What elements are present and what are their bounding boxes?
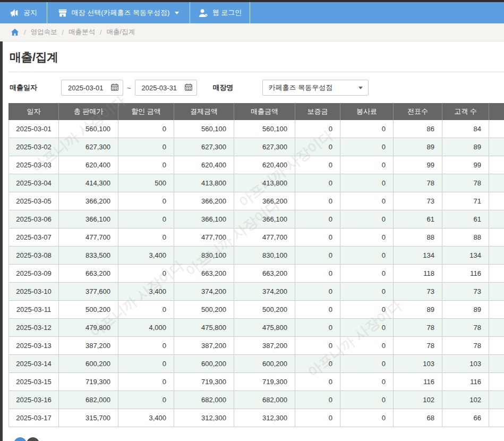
column-header-customer-count[interactable]: 고객 수: [442, 103, 489, 120]
table-row[interactable]: 2025-03-06 366,100 0 366,100 366,100 0 0…: [9, 210, 504, 228]
cell-deposit: 0: [295, 391, 340, 409]
date-from-input[interactable]: 2025-03-01: [61, 80, 123, 96]
cell-total-sale-price: 366,100: [59, 210, 118, 228]
table-row[interactable]: 2025-03-05 366,200 0 366,200 366,200 0 0…: [9, 192, 504, 210]
column-header-deposit[interactable]: 보증금: [295, 103, 340, 120]
cell-customer-count: 103: [442, 355, 489, 373]
user-gear-icon: [198, 9, 208, 18]
table-row[interactable]: 2025-03-17 315,700 3,400 312,300 312,300…: [9, 409, 504, 427]
cell-total-sale-price: 833,500: [59, 247, 118, 265]
notice-button[interactable]: 공지: [0, 2, 47, 23]
table-row[interactable]: 2025-03-07 477,700 0 477,700 477,700 0 0…: [9, 228, 504, 247]
table-row[interactable]: 2025-03-15 719,300 0 719,300 719,300 0 0…: [9, 373, 504, 391]
store-name-select[interactable]: 카페홀즈 목동우성점: [262, 80, 369, 96]
cell-customer-count: 61: [442, 210, 489, 228]
cell-date: 2025-03-16: [9, 391, 59, 409]
cell-slip-count: 78: [394, 319, 442, 337]
table-row[interactable]: 2025-03-14 600,200 0 600,200 600,200 0 0…: [9, 355, 504, 373]
store-select-button[interactable]: 매장 선택(카페홀즈 목동우성점): [47, 2, 190, 23]
web-login-button[interactable]: 웹 로그인: [190, 2, 250, 23]
table-row[interactable]: 2025-03-02 627,300 0 627,300 627,300 0 0…: [9, 138, 504, 156]
cell-discount-amount: 0: [118, 355, 174, 373]
breadcrumb-item-sales-summary[interactable]: 매출/집계: [106, 28, 134, 37]
cell-overflow: [489, 174, 504, 192]
column-header-sales-amount[interactable]: 매출금액: [234, 103, 295, 120]
column-header-date[interactable]: 일자: [9, 103, 59, 120]
cell-sales-amount: 366,100: [234, 210, 295, 228]
cell-discount-amount: 0: [118, 301, 174, 319]
cell-discount-amount: 0: [118, 192, 174, 210]
cell-overflow: [489, 247, 504, 265]
table-body: 2025-03-01 560,100 0 560,100 560,100 0 0…: [9, 120, 504, 427]
cell-overflow: [489, 337, 504, 355]
cell-slip-count: 116: [394, 373, 442, 391]
table-row[interactable]: 2025-03-01 560,100 0 560,100 560,100 0 0…: [9, 120, 504, 138]
breadcrumb-separator: /: [100, 29, 101, 36]
cell-deposit: 0: [295, 301, 340, 319]
cell-sales-amount: 627,300: [234, 138, 295, 156]
cell-total-sale-price: 627,300: [59, 138, 118, 156]
cell-slip-count: 89: [394, 138, 442, 156]
cell-date: 2025-03-14: [9, 355, 59, 373]
cell-payment-amount: 663,200: [174, 265, 234, 283]
cell-sales-amount: 374,200: [234, 283, 295, 301]
calendar-icon[interactable]: [184, 83, 193, 93]
cell-total-sale-price: 663,200: [59, 265, 118, 283]
table-row[interactable]: 2025-03-04 414,300 500 413,800 413,800 0…: [9, 174, 504, 192]
table-row[interactable]: 2025-03-10 377,600 3,400 374,200 374,200…: [9, 283, 504, 301]
cell-service-charge: 0: [340, 319, 394, 337]
cell-total-sale-price: 719,300: [59, 373, 118, 391]
cell-date: 2025-03-10: [9, 283, 59, 301]
cell-customer-count: 116: [442, 265, 489, 283]
cell-deposit: 0: [295, 373, 340, 391]
breadcrumb-separator: /: [62, 29, 63, 36]
content-area: 매출/집계 매출일자 2025-03-01 ~ 2025-03-31 매장명 카…: [0, 42, 504, 441]
cell-service-charge: 0: [340, 174, 394, 192]
cell-customer-count: 89: [442, 301, 489, 319]
cell-discount-amount: 0: [118, 210, 174, 228]
breadcrumb-separator: /: [24, 29, 25, 36]
column-header-slip-count[interactable]: 전표수: [394, 103, 442, 120]
cell-total-sale-price: 366,200: [59, 192, 118, 210]
cell-date: 2025-03-05: [9, 192, 59, 210]
cell-discount-amount: 3,400: [118, 247, 174, 265]
table-row[interactable]: 2025-03-09 663,200 0 663,200 663,200 0 0…: [9, 265, 504, 283]
column-header-overflow: [489, 103, 504, 120]
cell-customer-count: 134: [442, 247, 489, 265]
table-row[interactable]: 2025-03-08 833,500 3,400 830,100 830,100…: [9, 247, 504, 265]
home-icon[interactable]: [11, 29, 19, 36]
breadcrumb-item-sales-bulletin[interactable]: 영업속보: [30, 28, 57, 37]
cell-service-charge: 0: [340, 265, 394, 283]
cell-slip-count: 61: [394, 210, 442, 228]
date-to-value: 2025-03-31: [142, 84, 184, 92]
table-row[interactable]: 2025-03-16 682,000 0 682,000 682,000 0 0…: [9, 391, 504, 409]
cell-deposit: 0: [295, 283, 340, 301]
breadcrumb-item-sales-analysis[interactable]: 매출분석: [69, 28, 95, 37]
cell-service-charge: 0: [340, 228, 394, 247]
sales-table-container: 일자 총 판매가 할인 금액 결제금액 매출금액 보증금 봉사료 전표수 고객 …: [8, 103, 504, 441]
date-to-input[interactable]: 2025-03-31: [135, 80, 197, 96]
column-header-payment-amount[interactable]: 결제금액: [174, 103, 234, 120]
table-row[interactable]: 2025-03-11 500,200 0 500,200 500,200 0 0…: [9, 301, 504, 319]
cell-total-sale-price: 477,700: [59, 228, 118, 247]
date-from-value: 2025-03-01: [68, 84, 110, 92]
cell-total-sale-price: 387,200: [59, 337, 118, 355]
table-row[interactable]: 2025-03-13 387,200 0 387,200 387,200 0 0…: [9, 337, 504, 355]
cell-deposit: 0: [295, 228, 340, 247]
cell-customer-count: 66: [442, 409, 489, 427]
cell-deposit: 0: [295, 355, 340, 373]
cell-slip-count: 86: [394, 120, 442, 138]
cell-overflow: [489, 138, 504, 156]
store-name-value: 카페홀즈 목동우성점: [269, 83, 358, 92]
cell-deposit: 0: [295, 210, 340, 228]
cell-date: 2025-03-06: [9, 210, 59, 228]
column-header-service-charge[interactable]: 봉사료: [340, 103, 394, 120]
column-header-discount-amount[interactable]: 할인 금액: [118, 103, 174, 120]
cell-date: 2025-03-15: [9, 373, 59, 391]
cell-overflow: [489, 373, 504, 391]
table-row[interactable]: 2025-03-12 479,800 4,000 475,800 475,800…: [9, 319, 504, 337]
table-row[interactable]: 2025-03-03 620,400 0 620,400 620,400 0 0…: [9, 156, 504, 174]
calendar-icon[interactable]: [110, 83, 119, 93]
column-header-total-sale-price[interactable]: 총 판매가: [59, 103, 118, 120]
cell-overflow: [489, 228, 504, 247]
